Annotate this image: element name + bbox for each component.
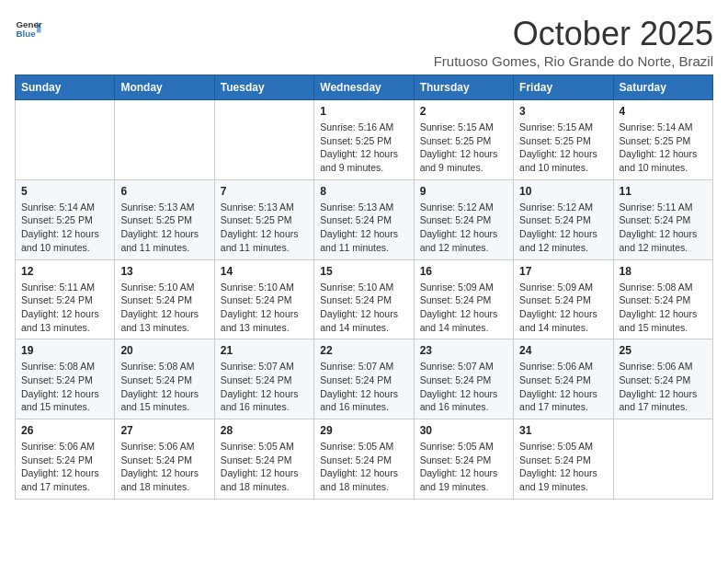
table-row: 11Sunrise: 5:11 AMSunset: 5:24 PMDayligh… [613, 179, 712, 259]
table-row [115, 100, 214, 180]
day-info: Sunrise: 5:13 AMSunset: 5:24 PMDaylight:… [320, 201, 407, 255]
col-tuesday: Tuesday [214, 75, 313, 100]
table-row: 22Sunrise: 5:07 AMSunset: 5:24 PMDayligh… [314, 339, 414, 419]
day-info: Sunrise: 5:14 AMSunset: 5:25 PMDaylight:… [21, 201, 108, 255]
day-number: 2 [420, 105, 507, 118]
day-info: Sunrise: 5:10 AMSunset: 5:24 PMDaylight:… [320, 281, 407, 335]
day-info: Sunrise: 5:06 AMSunset: 5:24 PMDaylight:… [620, 360, 707, 414]
table-row: 6Sunrise: 5:13 AMSunset: 5:25 PMDaylight… [115, 179, 214, 259]
table-row: 10Sunrise: 5:12 AMSunset: 5:24 PMDayligh… [514, 179, 613, 259]
day-number: 4 [620, 105, 707, 118]
day-number: 29 [320, 424, 407, 437]
logo: General Blue [15, 15, 42, 42]
table-row: 14Sunrise: 5:10 AMSunset: 5:24 PMDayligh… [214, 259, 313, 339]
day-number: 27 [120, 424, 208, 437]
table-row [613, 419, 712, 500]
day-info: Sunrise: 5:09 AMSunset: 5:24 PMDaylight:… [420, 281, 507, 335]
table-row: 16Sunrise: 5:09 AMSunset: 5:24 PMDayligh… [414, 259, 513, 339]
day-info: Sunrise: 5:08 AMSunset: 5:24 PMDaylight:… [21, 360, 108, 414]
col-saturday: Saturday [613, 75, 712, 100]
day-number: 22 [320, 344, 407, 357]
day-info: Sunrise: 5:05 AMSunset: 5:24 PMDaylight:… [519, 440, 607, 494]
day-number: 12 [21, 265, 108, 278]
table-row: 5Sunrise: 5:14 AMSunset: 5:25 PMDaylight… [16, 179, 115, 259]
title-block: October 2025 Frutuoso Gomes, Rio Grande … [434, 15, 713, 69]
day-number: 5 [21, 185, 108, 198]
table-row [16, 100, 115, 180]
table-row: 12Sunrise: 5:11 AMSunset: 5:24 PMDayligh… [16, 259, 115, 339]
day-number: 25 [620, 344, 707, 357]
day-number: 18 [620, 265, 707, 278]
day-number: 20 [120, 344, 208, 357]
table-row: 19Sunrise: 5:08 AMSunset: 5:24 PMDayligh… [16, 339, 115, 419]
table-row: 20Sunrise: 5:08 AMSunset: 5:24 PMDayligh… [115, 339, 214, 419]
day-info: Sunrise: 5:06 AMSunset: 5:24 PMDaylight:… [21, 440, 108, 494]
day-number: 13 [120, 265, 208, 278]
col-friday: Friday [514, 75, 613, 100]
day-number: 1 [320, 105, 407, 118]
calendar-week-row: 1Sunrise: 5:16 AMSunset: 5:25 PMDaylight… [16, 100, 713, 180]
day-number: 31 [519, 424, 607, 437]
day-info: Sunrise: 5:05 AMSunset: 5:24 PMDaylight:… [320, 440, 407, 494]
day-info: Sunrise: 5:08 AMSunset: 5:24 PMDaylight:… [620, 281, 707, 335]
day-info: Sunrise: 5:06 AMSunset: 5:24 PMDaylight:… [120, 440, 208, 494]
table-row: 8Sunrise: 5:13 AMSunset: 5:24 PMDaylight… [314, 179, 414, 259]
calendar-table: Sunday Monday Tuesday Wednesday Thursday… [15, 75, 713, 500]
day-info: Sunrise: 5:06 AMSunset: 5:24 PMDaylight:… [519, 360, 607, 414]
table-row: 21Sunrise: 5:07 AMSunset: 5:24 PMDayligh… [214, 339, 313, 419]
svg-marker-3 [37, 28, 41, 33]
location-subtitle: Frutuoso Gomes, Rio Grande do Norte, Bra… [434, 53, 713, 69]
day-info: Sunrise: 5:11 AMSunset: 5:24 PMDaylight:… [21, 281, 108, 335]
day-info: Sunrise: 5:15 AMSunset: 5:25 PMDaylight:… [519, 121, 607, 175]
day-info: Sunrise: 5:08 AMSunset: 5:24 PMDaylight:… [120, 360, 208, 414]
day-info: Sunrise: 5:12 AMSunset: 5:24 PMDaylight:… [420, 201, 507, 255]
table-row: 31Sunrise: 5:05 AMSunset: 5:24 PMDayligh… [514, 419, 613, 500]
day-number: 7 [221, 185, 308, 198]
col-wednesday: Wednesday [314, 75, 414, 100]
day-info: Sunrise: 5:13 AMSunset: 5:25 PMDaylight:… [221, 201, 308, 255]
table-row: 15Sunrise: 5:10 AMSunset: 5:24 PMDayligh… [314, 259, 414, 339]
col-sunday: Sunday [16, 75, 115, 100]
day-info: Sunrise: 5:11 AMSunset: 5:24 PMDaylight:… [620, 201, 707, 255]
table-row: 28Sunrise: 5:05 AMSunset: 5:24 PMDayligh… [214, 419, 313, 500]
day-info: Sunrise: 5:13 AMSunset: 5:25 PMDaylight:… [120, 201, 208, 255]
day-number: 9 [420, 185, 507, 198]
day-number: 30 [420, 424, 507, 437]
day-number: 26 [21, 424, 108, 437]
day-info: Sunrise: 5:10 AMSunset: 5:24 PMDaylight:… [120, 281, 208, 335]
day-number: 24 [519, 344, 607, 357]
day-number: 8 [320, 185, 407, 198]
day-number: 15 [320, 265, 407, 278]
table-row: 13Sunrise: 5:10 AMSunset: 5:24 PMDayligh… [115, 259, 214, 339]
day-info: Sunrise: 5:07 AMSunset: 5:24 PMDaylight:… [420, 360, 507, 414]
month-title: October 2025 [434, 15, 713, 53]
day-info: Sunrise: 5:05 AMSunset: 5:24 PMDaylight:… [420, 440, 507, 494]
day-info: Sunrise: 5:12 AMSunset: 5:24 PMDaylight:… [519, 201, 607, 255]
col-monday: Monday [115, 75, 214, 100]
day-info: Sunrise: 5:10 AMSunset: 5:24 PMDaylight:… [221, 281, 308, 335]
table-row: 7Sunrise: 5:13 AMSunset: 5:25 PMDaylight… [214, 179, 313, 259]
day-info: Sunrise: 5:16 AMSunset: 5:25 PMDaylight:… [320, 121, 407, 175]
day-info: Sunrise: 5:07 AMSunset: 5:24 PMDaylight:… [221, 360, 308, 414]
day-number: 21 [221, 344, 308, 357]
day-info: Sunrise: 5:15 AMSunset: 5:25 PMDaylight:… [420, 121, 507, 175]
svg-text:Blue: Blue [17, 29, 37, 39]
table-row: 25Sunrise: 5:06 AMSunset: 5:24 PMDayligh… [613, 339, 712, 419]
day-info: Sunrise: 5:14 AMSunset: 5:25 PMDaylight:… [620, 121, 707, 175]
day-number: 23 [420, 344, 507, 357]
day-info: Sunrise: 5:05 AMSunset: 5:24 PMDaylight:… [221, 440, 308, 494]
day-number: 3 [519, 105, 607, 118]
table-row: 23Sunrise: 5:07 AMSunset: 5:24 PMDayligh… [414, 339, 513, 419]
table-row: 9Sunrise: 5:12 AMSunset: 5:24 PMDaylight… [414, 179, 513, 259]
calendar-week-row: 19Sunrise: 5:08 AMSunset: 5:24 PMDayligh… [16, 339, 713, 419]
col-thursday: Thursday [414, 75, 513, 100]
day-number: 28 [221, 424, 308, 437]
day-number: 11 [620, 185, 707, 198]
table-row: 24Sunrise: 5:06 AMSunset: 5:24 PMDayligh… [514, 339, 613, 419]
table-row: 4Sunrise: 5:14 AMSunset: 5:25 PMDaylight… [613, 100, 712, 180]
table-row: 26Sunrise: 5:06 AMSunset: 5:24 PMDayligh… [16, 419, 115, 500]
day-info: Sunrise: 5:09 AMSunset: 5:24 PMDaylight:… [519, 281, 607, 335]
day-number: 16 [420, 265, 507, 278]
calendar-week-row: 12Sunrise: 5:11 AMSunset: 5:24 PMDayligh… [16, 259, 713, 339]
table-row: 3Sunrise: 5:15 AMSunset: 5:25 PMDaylight… [514, 100, 613, 180]
